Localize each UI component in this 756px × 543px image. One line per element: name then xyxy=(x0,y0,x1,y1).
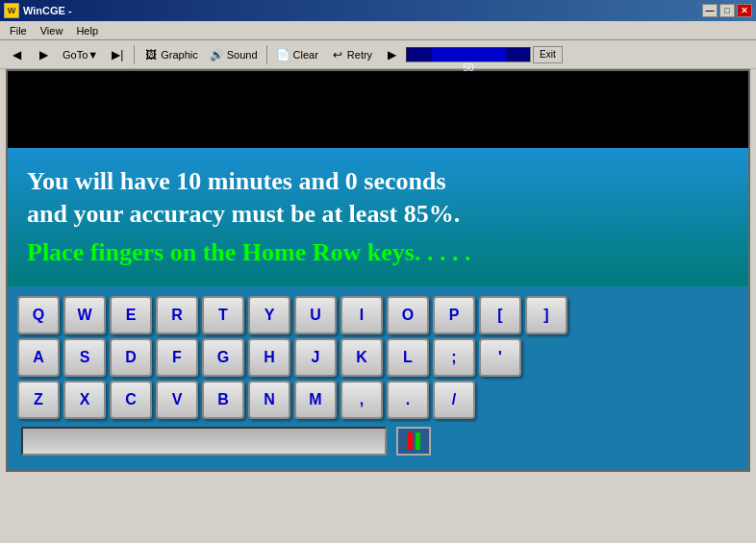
key-[[interactable]: [ xyxy=(479,296,521,334)
forward-icon: ▶ xyxy=(36,47,51,62)
progress-wrapper: 50 xyxy=(406,47,531,62)
clear-button[interactable]: 📄 Clear xyxy=(271,43,323,66)
key-Y[interactable]: Y xyxy=(248,296,290,334)
key-G[interactable]: G xyxy=(202,338,244,377)
key-E[interactable]: E xyxy=(110,296,152,334)
key-I[interactable]: I xyxy=(340,296,383,334)
app-icon-text: W xyxy=(8,6,16,15)
sound-button[interactable]: 🔊 Sound xyxy=(205,43,263,66)
key-K[interactable]: K xyxy=(340,338,383,377)
skip-icon: ▶| xyxy=(110,47,125,62)
key-X[interactable]: X xyxy=(63,381,106,419)
key-W[interactable]: W xyxy=(63,296,106,334)
goto-button[interactable]: GoTo▼ xyxy=(58,43,103,66)
app-title: WinCGE - xyxy=(23,5,72,16)
run-icon: ▶ xyxy=(384,47,399,62)
info-green-text: Place fingers on the Home Row keys. . . … xyxy=(27,238,729,267)
input-row xyxy=(17,427,739,456)
key-.[interactable]: . xyxy=(387,381,429,419)
keyboard-row-3: ZXCVBNM,./ xyxy=(17,381,739,419)
goto-label: GoTo▼ xyxy=(63,49,98,61)
key-B[interactable]: B xyxy=(202,381,244,419)
skip-button[interactable]: ▶| xyxy=(105,43,130,66)
maximize-button[interactable]: □ xyxy=(719,4,735,17)
indicator-bar-green xyxy=(416,432,420,450)
menu-help[interactable]: Help xyxy=(70,24,104,37)
key-,[interactable]: , xyxy=(340,381,383,419)
menu-file[interactable]: File xyxy=(4,24,33,37)
key-Z[interactable]: Z xyxy=(17,381,60,419)
indicator-box xyxy=(396,427,431,456)
sound-label: Sound xyxy=(227,49,258,61)
keyboard-row-2: ASDFGHJKL;' xyxy=(17,338,739,377)
key-F[interactable]: F xyxy=(156,338,198,377)
key-Q[interactable]: Q xyxy=(17,296,60,334)
black-top-area xyxy=(8,71,748,148)
sound-icon: 🔊 xyxy=(210,47,225,62)
keyboard-area: QWERTYUIOP[] ASDFGHJKL;' ZXCVBNM,./ xyxy=(8,286,748,470)
key-L[interactable]: L xyxy=(387,338,429,377)
forward-button[interactable]: ▶ xyxy=(31,43,56,66)
key-C[interactable]: C xyxy=(110,381,152,419)
graphic-icon: 🖼 xyxy=(143,47,159,62)
key-P[interactable]: P xyxy=(433,296,475,334)
indicator-bar-red xyxy=(408,432,413,450)
info-line3: Place fingers on the Home Row keys. xyxy=(27,238,420,266)
key-A[interactable]: A xyxy=(17,338,60,377)
minimize-button[interactable]: — xyxy=(702,4,718,17)
progress-value: 50 xyxy=(406,62,531,73)
exit-button[interactable]: Exit xyxy=(533,46,563,63)
info-line1: You will have 10 minutes and 0 seconds xyxy=(27,167,446,195)
retry-label: Retry xyxy=(347,49,372,61)
progress-bar-fill xyxy=(432,48,506,62)
retry-button[interactable]: ↩ Retry xyxy=(325,43,377,66)
key-][interactable]: ] xyxy=(525,296,567,334)
key-T[interactable]: T xyxy=(202,296,244,334)
key-R[interactable]: R xyxy=(156,296,198,334)
key-O[interactable]: O xyxy=(387,296,429,334)
key-M[interactable]: M xyxy=(294,381,337,419)
key-;[interactable]: ; xyxy=(433,338,475,377)
key-D[interactable]: D xyxy=(110,338,152,377)
key-N[interactable]: N xyxy=(248,381,290,419)
content-wrapper: You will have 10 minutes and 0 seconds a… xyxy=(6,69,750,472)
info-line2: and your accuracy must be at least 85%. xyxy=(27,200,460,228)
clear-icon: 📄 xyxy=(276,47,291,62)
clear-label: Clear xyxy=(293,49,318,61)
key-/[interactable]: / xyxy=(433,381,475,419)
graphic-button[interactable]: 🖼 Graphic xyxy=(139,43,203,66)
key-J[interactable]: J xyxy=(294,338,337,377)
key-H[interactable]: H xyxy=(248,338,290,377)
title-bar: W WinCGE - — □ ✕ xyxy=(0,0,756,21)
info-box: You will have 10 minutes and 0 seconds a… xyxy=(8,148,748,286)
menu-bar: File View Help xyxy=(0,21,756,40)
window-controls: — □ ✕ xyxy=(702,4,752,17)
close-button[interactable]: ✕ xyxy=(737,4,752,17)
toolbar-separator-2 xyxy=(266,45,267,64)
retry-icon: ↩ xyxy=(330,47,345,62)
info-dots: . . . . xyxy=(427,238,471,266)
menu-view[interactable]: View xyxy=(35,24,69,37)
key-S[interactable]: S xyxy=(63,338,106,377)
back-icon: ◀ xyxy=(9,47,24,62)
typing-input-display xyxy=(21,427,387,456)
key-'[interactable]: ' xyxy=(479,338,521,377)
run-button[interactable]: ▶ xyxy=(379,43,404,66)
info-text-line1: You will have 10 minutes and 0 seconds a… xyxy=(27,165,729,231)
progress-bar-container xyxy=(406,47,531,62)
graphic-label: Graphic xyxy=(161,49,198,61)
key-U[interactable]: U xyxy=(294,296,337,334)
key-V[interactable]: V xyxy=(156,381,198,419)
app-icon: W xyxy=(4,3,19,18)
toolbar: ◀ ▶ GoTo▼ ▶| 🖼 Graphic 🔊 Sound 📄 Clear ↩… xyxy=(0,40,756,69)
toolbar-separator-1 xyxy=(134,45,135,64)
keyboard-row-1: QWERTYUIOP[] xyxy=(17,296,739,334)
back-button[interactable]: ◀ xyxy=(4,43,29,66)
